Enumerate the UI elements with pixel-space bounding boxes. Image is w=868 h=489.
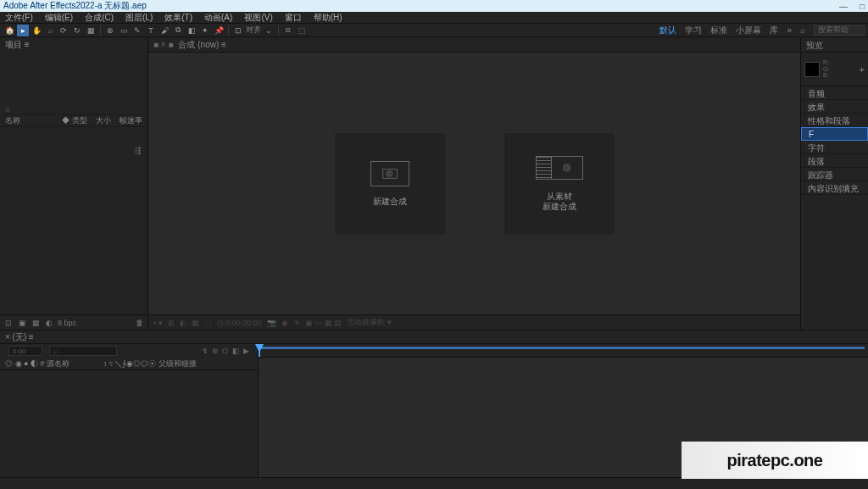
snapshot-icon[interactable]: 📷 bbox=[267, 319, 276, 327]
panel-paragraph[interactable]: 段落 bbox=[801, 154, 868, 168]
film-icon bbox=[536, 156, 551, 180]
preview-header[interactable]: 预览 bbox=[801, 37, 868, 53]
workspace-learn[interactable]: 学习 bbox=[685, 25, 702, 36]
zoom-tool[interactable]: ⌕ bbox=[44, 25, 56, 36]
timecode-icon[interactable]: ◷ 0:00:00:00 bbox=[217, 319, 262, 327]
col-fps[interactable]: 帧速率 bbox=[120, 115, 142, 126]
roto-tool[interactable]: ✦ bbox=[199, 25, 211, 36]
snap-icon[interactable]: ⊡ bbox=[232, 25, 244, 36]
menu-layer[interactable]: 图层(L) bbox=[125, 12, 153, 24]
bit-depth[interactable]: 8 bpc bbox=[58, 319, 76, 327]
panel-character[interactable]: 字符 bbox=[801, 141, 868, 154]
watermark-text: piratepc.one bbox=[727, 451, 823, 470]
graph-icon[interactable]: ⌬ bbox=[222, 347, 229, 355]
res-full[interactable]: ⊞ bbox=[168, 319, 175, 327]
panel-f[interactable]: F bbox=[801, 127, 868, 141]
home-tool[interactable]: 🏠 bbox=[3, 25, 15, 36]
mask-toggle[interactable]: ⬚ bbox=[204, 319, 212, 327]
channel-icon[interactable]: ◉ bbox=[281, 319, 288, 327]
region-icon[interactable]: ▣ ▭ ▦ ▤ bbox=[305, 319, 342, 327]
selection-tool[interactable]: ▸ bbox=[17, 25, 29, 36]
view-label[interactable]: 活动摄像机 ▾ bbox=[347, 317, 392, 328]
menu-file[interactable]: 文件(F) bbox=[5, 12, 33, 24]
menu-window[interactable]: 窗口 bbox=[285, 12, 302, 24]
search-help-input[interactable]: 搜索帮助 bbox=[814, 25, 865, 36]
svg-rect-0 bbox=[382, 169, 397, 178]
time-ruler[interactable] bbox=[259, 344, 868, 358]
chevron-icon[interactable]: ⌄ bbox=[263, 25, 275, 36]
project-panel: 项目 ≡ ⌕ 名称 ◆ 类型 大小 帧速率 ⇶ ⊡ ▣ ▦ ◐ 8 bpc 🗑 bbox=[0, 37, 148, 330]
render-icon[interactable]: ▶ bbox=[243, 347, 249, 355]
workspace-default[interactable]: 默认 bbox=[659, 25, 676, 36]
from-footage-l2: 新建合成 bbox=[542, 202, 576, 211]
project-tab[interactable]: 项目 ≡ bbox=[0, 37, 147, 53]
layer-mini-icon[interactable]: ■ × ■ bbox=[153, 40, 173, 49]
puppet-tool[interactable]: 📌 bbox=[213, 25, 225, 36]
brush-tool[interactable]: 🖌 bbox=[159, 25, 170, 36]
timeline-tab[interactable]: × (无) ≡ bbox=[5, 331, 34, 343]
color-swatch-row: R: G: B: + bbox=[801, 53, 868, 86]
minimize-icon[interactable]: — bbox=[839, 2, 848, 11]
col-name[interactable]: 名称 bbox=[5, 115, 20, 126]
new-from-footage-card[interactable]: 从素材 新建合成 bbox=[504, 133, 615, 235]
exposure-icon[interactable]: ☀ bbox=[293, 319, 300, 327]
new-comp-icon[interactable]: ▦ bbox=[31, 318, 41, 328]
clone-tool[interactable]: ⧉ bbox=[172, 25, 184, 36]
camera-tool[interactable]: ▦ bbox=[85, 25, 97, 36]
maximize-icon[interactable]: □ bbox=[860, 2, 865, 11]
workspace-lib[interactable]: 库 bbox=[770, 25, 778, 36]
panel-audio[interactable]: 音频 bbox=[801, 86, 868, 100]
playhead[interactable] bbox=[259, 344, 260, 357]
menu-animation[interactable]: 动画(A) bbox=[204, 12, 232, 24]
comp-icon-2 bbox=[559, 162, 575, 174]
rotate-tool[interactable]: ↻ bbox=[71, 25, 83, 36]
menu-view[interactable]: 视图(V) bbox=[244, 12, 272, 24]
work-area-bar[interactable] bbox=[260, 347, 865, 349]
shy-icon[interactable]: ↯ bbox=[202, 347, 209, 355]
timecode-field[interactable]: 0:00 bbox=[8, 346, 42, 356]
new-adjust-icon[interactable]: ◐ bbox=[44, 318, 54, 328]
draft3d-icon[interactable]: ◧ bbox=[232, 347, 240, 355]
orbit-tool[interactable]: ⟳ bbox=[58, 25, 70, 36]
search-icon[interactable]: ⌕ bbox=[800, 25, 805, 35]
app-title: Adobe After Effects2022-a 无标题.aep bbox=[3, 0, 147, 12]
hand-tool[interactable]: ✋ bbox=[31, 25, 42, 36]
panel-para[interactable]: 性格和段落 bbox=[801, 114, 868, 127]
mb-icon[interactable]: ⊛ bbox=[212, 347, 219, 355]
layer-search-input[interactable]: ⌕ bbox=[49, 346, 117, 356]
col-size[interactable]: 大小 bbox=[96, 115, 111, 126]
tl-switch-cols: ↕々＼∱◉◎◎☉ 父级和链接 bbox=[103, 358, 197, 370]
transparency[interactable]: ▦ bbox=[192, 319, 199, 327]
more-icon[interactable]: » bbox=[787, 25, 792, 35]
panel-tracker[interactable]: 跟踪器 bbox=[801, 168, 868, 181]
anchor-tool[interactable]: ⊕ bbox=[104, 25, 116, 36]
tl-av-cols: ◎ ◉ ● ◐ # 源名称 bbox=[5, 358, 70, 370]
status-bar bbox=[0, 479, 868, 489]
fill-swatch[interactable] bbox=[804, 62, 820, 77]
mask-icon[interactable]: ⬚ bbox=[296, 25, 308, 36]
trash-icon[interactable]: 🗑 bbox=[134, 318, 144, 328]
interpret-icon[interactable]: ⊡ bbox=[3, 318, 14, 328]
new-folder-icon[interactable]: ▣ bbox=[17, 318, 27, 328]
grid-icon[interactable]: ⧈ bbox=[282, 25, 294, 36]
menu-composition[interactable]: 合成(C) bbox=[85, 12, 114, 24]
add-swatch-icon[interactable]: + bbox=[860, 64, 865, 75]
mag-ratio[interactable]: ▪ ▾ bbox=[153, 319, 163, 327]
workspace-small[interactable]: 小屏幕 bbox=[736, 25, 761, 36]
panel-effects[interactable]: 效果 bbox=[801, 100, 868, 114]
fast-preview[interactable]: ◐ bbox=[180, 319, 186, 327]
col-type[interactable]: ◆ 类型 bbox=[62, 115, 87, 126]
menu-help[interactable]: 帮助(H) bbox=[314, 12, 342, 24]
workspace-std[interactable]: 标准 bbox=[710, 25, 727, 36]
menu-effect[interactable]: 效果(T) bbox=[164, 12, 192, 24]
composition-tab[interactable]: 合成 (now) ≡ bbox=[178, 39, 225, 51]
eraser-tool[interactable]: ◧ bbox=[186, 25, 198, 36]
project-search-icon[interactable]: ⌕ bbox=[5, 104, 10, 114]
shape-tool[interactable]: ▭ bbox=[118, 25, 130, 36]
text-tool[interactable]: T bbox=[145, 25, 157, 36]
pen-tool[interactable]: ✎ bbox=[131, 25, 143, 36]
flow-icon[interactable]: ⇶ bbox=[134, 146, 141, 155]
panel-content-aware[interactable]: 内容识别填充 bbox=[801, 181, 868, 195]
new-composition-card[interactable]: 新建合成 bbox=[335, 133, 445, 235]
menu-edit[interactable]: 编辑(E) bbox=[45, 12, 73, 24]
